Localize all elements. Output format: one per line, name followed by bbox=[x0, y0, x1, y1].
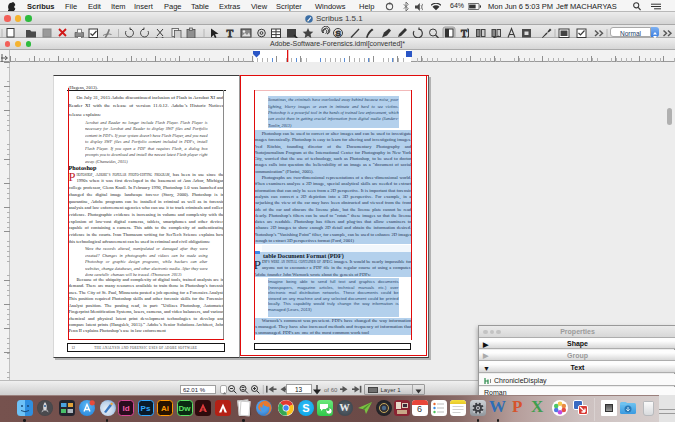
svg-text:of 60: of 60 bbox=[324, 386, 338, 392]
svg-text:S: S bbox=[336, 29, 341, 38]
svg-text:T: T bbox=[461, 28, 467, 39]
